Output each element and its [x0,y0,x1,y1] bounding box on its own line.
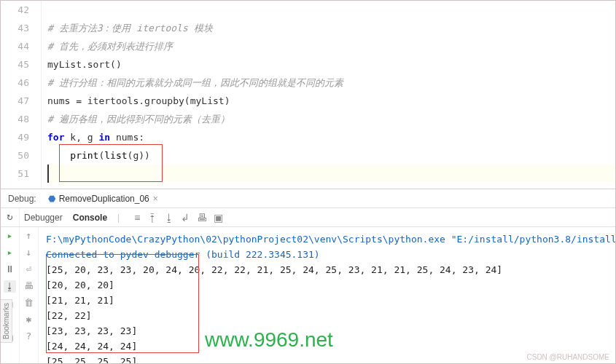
pause-icon[interactable]: ⏸ [5,264,15,274]
restart-icon[interactable]: ↻ [4,210,17,223]
code-line[interactable]: # 首先，必须对列表进行排序 [47,37,615,55]
soft-wrap-icon[interactable]: ⏎ [26,264,32,274]
code-area[interactable]: # 去重方法3：使用 itertools 模块# 首先，必须对列表进行排序myL… [42,1,615,189]
console-tools-column: ↑ ↓ ⏎ 🖶 🗑 ✱ ? [20,227,39,364]
up-icon[interactable]: ↑ [26,230,32,241]
debug-toolbar: ↻ Debugger Console | ≡ ⭱ ⭳ ↲ 🖶 ▣ [1,208,615,227]
run-controls-column: ▸ ▸ ⏸ ⭳ ■ ⊘ ▦ [1,227,20,364]
code-editor[interactable]: 42434445464748495051 # 去重方法3：使用 itertool… [1,1,615,189]
python-icon: ⬣ [48,194,55,204]
console-panel: ▸ ▸ ⏸ ⭳ ■ ⊘ ▦ ↑ ↓ ⏎ 🖶 🗑 ✱ ? F:\myPythonC… [1,227,615,364]
settings-icon[interactable]: ✱ [26,314,32,325]
console-output-line: [23, 23, 23, 23] [46,323,608,339]
line-number: 42 [1,1,29,19]
code-line[interactable] [47,165,615,183]
console-output-line: [22, 22] [46,308,608,323]
line-number: 46 [1,74,29,92]
csdn-watermark: CSDN @RUHANDSOME [527,353,610,361]
code-line[interactable]: for k, g in nums: [47,128,615,146]
help-icon[interactable]: ? [26,331,32,341]
console-output-line: [21, 21, 21] [46,293,608,308]
tab-console[interactable]: Console [73,213,107,223]
debug-subtabs: Debugger Console | ≡ ⭱ ⭳ ↲ 🖶 ▣ [20,208,223,226]
line-number: 47 [1,92,29,110]
code-line[interactable]: nums = itertools.groupby(myList) [47,92,615,110]
code-line[interactable]: myList.sort() [47,55,615,74]
line-number: 50 [1,146,29,165]
console-output-line: [20, 20, 20] [46,277,608,293]
close-icon[interactable]: × [153,194,158,204]
code-line[interactable]: # 进行分组：相同的元素就分成同一组，因此不同的组就是不同的元素 [47,74,615,92]
console-input-array: [25, 20, 23, 23, 20, 24, 20, 22, 22, 21,… [46,262,608,277]
console-output[interactable]: F:\myPythonCode\CrazyPython\02\pythonPro… [39,227,615,364]
debug-label: Debug: [8,194,36,204]
step-icon[interactable]: ▸ [7,247,13,258]
export-down-icon[interactable]: ⭳ [164,212,174,223]
code-line[interactable]: print(list(g)) [47,146,615,165]
code-line[interactable]: # 去重方法3：使用 itertools 模块 [47,19,615,37]
line-number: 51 [1,165,29,183]
console-action-icons: ≡ ⭱ ⭳ ↲ 🖶 ▣ [130,212,223,223]
line-number: 44 [1,37,29,55]
print-icon[interactable]: 🖶 [197,212,207,223]
download-icon[interactable]: ⭳ [4,280,16,293]
line-gutter: 42434445464748495051 [1,1,42,189]
console-output-line: [24, 24, 24, 24] [46,339,608,354]
console-output-line: [25, 25, 25, 25] [46,354,608,364]
left-tool-column-1: ↻ [1,208,20,226]
tab-separator: | [117,213,120,223]
bookmarks-sidebar-tab[interactable]: Bookmarks [0,299,12,343]
code-line[interactable] [47,1,615,19]
line-number: 43 [1,19,29,37]
code-line[interactable]: # 遍历各组，因此得到不同的元素（去重） [47,110,615,128]
tab-debugger[interactable]: Debugger [24,213,63,223]
down-icon[interactable]: ↓ [26,247,32,258]
scroll-icon[interactable]: ≡ [134,212,140,223]
debug-panel-header: Debug: ⬣ RemoveDuplication_06 × [1,189,615,208]
play-icon[interactable]: ▸ [7,230,13,241]
print-icon-2[interactable]: 🖶 [24,280,34,291]
debug-run-tab[interactable]: ⬣ RemoveDuplication_06 × [44,192,163,205]
trash-icon[interactable]: 🗑 [24,297,34,308]
console-cmd-line: F:\myPythonCode\CrazyPython\02\pythonPro… [46,232,608,247]
filter-icon[interactable]: ▣ [214,212,223,223]
line-number: 45 [1,55,29,74]
debug-tab-title: RemoveDuplication_06 [59,194,149,204]
line-number: 48 [1,110,29,128]
line-number: 49 [1,128,29,146]
export-up-icon[interactable]: ⭱ [147,212,157,223]
console-connect-line: Connected to pydev debugger (build 222.3… [46,247,608,262]
wrap-icon[interactable]: ↲ [181,212,190,223]
